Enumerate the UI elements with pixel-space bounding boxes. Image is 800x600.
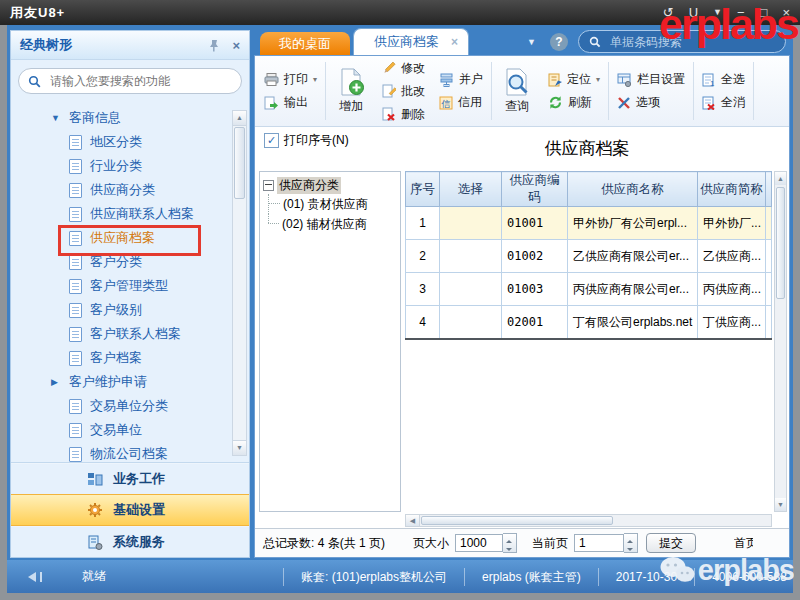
sidebar-item-customer-maintain[interactable]: ▶ 客户维护申请 bbox=[11, 370, 249, 394]
collapse-icon[interactable] bbox=[263, 180, 274, 191]
sidebar-item-supplier-contacts[interactable]: 供应商联系人档案 bbox=[11, 202, 249, 226]
table-row[interactable]: 1 01001 甲外协厂有公司erpl... 甲外协厂... bbox=[406, 207, 772, 240]
current-page-spinner[interactable] bbox=[624, 533, 638, 553]
chevron-down-icon: ▼ bbox=[51, 113, 61, 123]
sidebar-item-customer-level[interactable]: 客户级别 bbox=[11, 298, 249, 322]
dropdown-icon: ▾ bbox=[313, 75, 317, 84]
options-button[interactable]: 选项 bbox=[617, 93, 685, 112]
clear-all-icon bbox=[702, 96, 716, 110]
scroll-up-icon[interactable]: ▲ bbox=[233, 111, 246, 126]
sidebar-item-logistics-archive[interactable]: 物流公司档案 bbox=[11, 442, 249, 462]
page-title: 供应商档案 bbox=[405, 137, 769, 160]
current-page-label: 当前页 bbox=[532, 535, 568, 552]
table-horizontal-scrollbar[interactable]: ◀ bbox=[405, 514, 772, 527]
scroll-up-icon[interactable]: ▲ bbox=[775, 172, 786, 185]
sidebar-item-trade-unit-class[interactable]: 交易单位分类 bbox=[11, 394, 249, 418]
col-seq[interactable]: 序号 bbox=[406, 172, 440, 207]
table-row[interactable]: 2 01002 乙供应商有限公司er... 乙供应商... bbox=[406, 240, 772, 273]
col-supplier-code[interactable]: 供应商编码 bbox=[502, 172, 568, 207]
merge-account-button[interactable]: 并户 bbox=[439, 70, 483, 89]
sidebar-item-customer-contacts[interactable]: 客户联系人档案 bbox=[11, 322, 249, 346]
sidebar-item-industry-class[interactable]: 行业分类 bbox=[11, 154, 249, 178]
tree-node-auxiliary-suppliers[interactable]: (02) 辅材供应商 bbox=[268, 214, 397, 234]
submit-button[interactable]: 提交 bbox=[646, 533, 696, 553]
export-icon bbox=[264, 96, 279, 110]
sidebar-item-customer-archive[interactable]: 客户档案 bbox=[11, 346, 249, 370]
sidebar-item-customer-mgmt-type[interactable]: 客户管理类型 bbox=[11, 274, 249, 298]
collapse-sidebar-icon[interactable] bbox=[23, 572, 36, 582]
pin-icon[interactable] bbox=[208, 39, 220, 52]
document-icon bbox=[69, 279, 82, 294]
module-system-services[interactable]: 系统服务 bbox=[11, 526, 249, 557]
sidebar-scrollbar[interactable]: ▲ ▼ bbox=[232, 110, 247, 456]
tab-list-dropdown-icon[interactable]: ▼ bbox=[527, 37, 536, 47]
select-cell[interactable] bbox=[440, 273, 502, 306]
wechat-icon bbox=[658, 555, 696, 587]
scroll-down-icon[interactable]: ▼ bbox=[233, 440, 246, 455]
page-size-input[interactable] bbox=[455, 534, 503, 552]
sidebar-modules: 业务工作 基础设置 系统服务 bbox=[11, 462, 249, 557]
tree-node-supplier-class[interactable]: 供应商分类 bbox=[263, 177, 397, 194]
select-cell[interactable] bbox=[440, 240, 502, 273]
tab-my-desktop[interactable]: 我的桌面 bbox=[260, 32, 350, 55]
scrollbar-thumb[interactable] bbox=[234, 127, 245, 199]
column-settings-icon bbox=[617, 73, 632, 87]
business-work-icon bbox=[87, 472, 103, 486]
credit-button[interactable]: 信 信用 bbox=[439, 93, 483, 112]
batch-modify-button[interactable]: 批改 bbox=[382, 82, 425, 101]
delete-button[interactable]: 删除 bbox=[382, 105, 425, 124]
select-all-icon: 1 bbox=[702, 73, 716, 87]
ready-status: 就绪 bbox=[82, 568, 106, 585]
scroll-left-icon[interactable]: ◀ bbox=[406, 515, 420, 526]
sidebar-item-supplier-class[interactable]: 供应商分类 bbox=[11, 178, 249, 202]
select-all-button[interactable]: 1 全选 bbox=[702, 70, 745, 89]
scroll-down-icon[interactable]: ▼ bbox=[775, 498, 786, 511]
tree-node-precious-suppliers[interactable]: (01) 贵材供应商 bbox=[268, 194, 397, 214]
print-seq-checkbox[interactable]: ✓ bbox=[264, 133, 279, 148]
sidebar-search-input[interactable] bbox=[48, 73, 232, 89]
sidebar-item-region-class[interactable]: 地区分类 bbox=[11, 130, 249, 154]
print-seq-label: 打印序号(N) bbox=[284, 132, 349, 149]
print-button[interactable]: 打印 ▾ bbox=[264, 70, 317, 89]
clear-all-button[interactable]: 全消 bbox=[702, 93, 745, 112]
table-row[interactable]: 4 02001 丁有限公司erplabs.net 丁供应商... bbox=[406, 306, 772, 340]
column-settings-button[interactable]: 栏目设置 bbox=[617, 70, 685, 89]
sidebar-close-icon[interactable]: × bbox=[232, 38, 240, 53]
svg-text:信: 信 bbox=[441, 99, 451, 109]
scrollbar-thumb[interactable] bbox=[421, 516, 613, 525]
delete-icon bbox=[382, 107, 396, 121]
tab-supplier-archive[interactable]: 供应商档案 × bbox=[353, 28, 469, 55]
select-cell[interactable] bbox=[440, 306, 502, 340]
query-icon bbox=[503, 68, 531, 96]
module-basic-settings[interactable]: 基础设置 bbox=[11, 494, 249, 526]
current-page-input[interactable] bbox=[574, 534, 624, 552]
sidebar-search-box[interactable] bbox=[18, 68, 242, 94]
table-row[interactable]: 3 01003 丙供应商有限公司er... 丙供应商... bbox=[406, 273, 772, 306]
col-select[interactable]: 选择 bbox=[440, 172, 502, 207]
document-icon bbox=[69, 159, 82, 174]
first-page-link[interactable]: 首页 bbox=[734, 535, 753, 552]
query-button[interactable]: 查询 bbox=[493, 58, 541, 124]
help-button[interactable]: ? bbox=[550, 33, 568, 51]
modify-button[interactable]: 修改 bbox=[382, 59, 425, 78]
table-vertical-scrollbar[interactable]: ▲ ▼ bbox=[774, 171, 787, 512]
add-button[interactable]: 增加 bbox=[327, 58, 375, 124]
sidebar-item-trade-unit[interactable]: 交易单位 bbox=[11, 418, 249, 442]
sidebar-item-merchant-info[interactable]: ▼ 客商信息 bbox=[11, 106, 249, 130]
document-icon bbox=[69, 207, 82, 222]
col-supplier-abbr[interactable]: 供应商简称 bbox=[698, 172, 766, 207]
refresh-button[interactable]: 刷新 bbox=[548, 93, 600, 112]
col-partial bbox=[766, 172, 772, 207]
locate-button[interactable]: 定位 ▾ bbox=[548, 70, 600, 89]
close-tab-icon[interactable]: × bbox=[451, 35, 458, 49]
toolbar: 打印 ▾ 输出 增加 修改 bbox=[255, 56, 789, 127]
page-size-spinner[interactable] bbox=[503, 533, 517, 553]
scrollbar-thumb[interactable] bbox=[776, 187, 785, 299]
select-cell[interactable] bbox=[440, 207, 502, 240]
col-supplier-name[interactable]: 供应商名称 bbox=[568, 172, 698, 207]
total-records-label: 总记录数: 4 条(共 1 页) bbox=[263, 535, 385, 552]
sidebar-search-row bbox=[11, 60, 249, 100]
export-button[interactable]: 输出 bbox=[264, 93, 317, 112]
module-business-work[interactable]: 业务工作 bbox=[11, 463, 249, 494]
partial-cell bbox=[766, 207, 772, 240]
